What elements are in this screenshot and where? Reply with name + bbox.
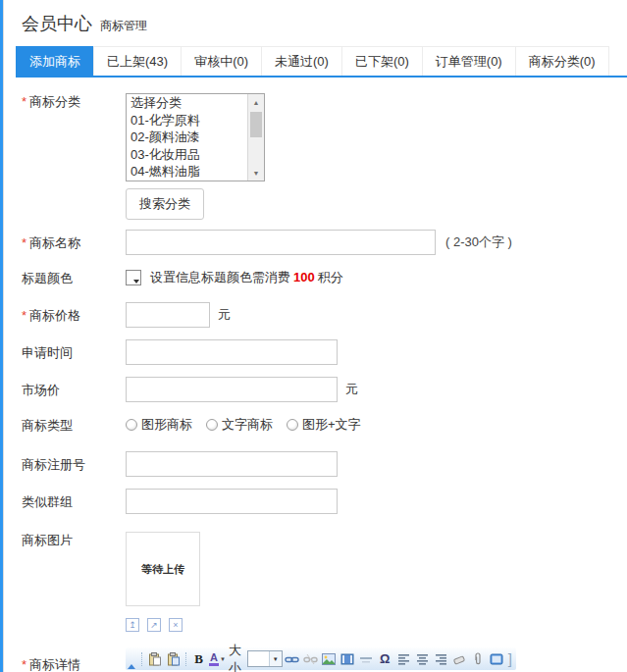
delete-icon[interactable]: × [169, 618, 183, 632]
category-options: 选择分类 01-化学原料 02-颜料油漆 03-化妆用品 04-燃料油脂 05-… [127, 94, 247, 181]
horizontal-rule-icon[interactable] [358, 650, 375, 668]
type-label: 商标类型 [16, 417, 126, 434]
tab-in-review[interactable]: 审核中(0) [181, 46, 262, 76]
align-center-icon[interactable] [414, 650, 431, 668]
listbox-option[interactable]: 02-颜料油漆 [127, 129, 247, 146]
tab-bar: 添加商标 已上架(43) 审核中(0) 未通过(0) 已下架(0) 订单管理(0… [16, 46, 627, 78]
listbox-option[interactable]: 04-燃料油脂 [127, 163, 247, 181]
rich-text-editor: B A▼ 大小 ▼ [126, 647, 620, 672]
field-row-name: *商标名称 ( 2-30个字 ) [16, 230, 627, 255]
field-row-price: *商标价格 元 [16, 302, 627, 328]
radio-icon[interactable] [287, 419, 298, 431]
toolbar-end-bracket: ] [508, 650, 512, 667]
font-color-icon[interactable]: A▼ [209, 650, 226, 668]
page-header: 会员中心 商标管理 [22, 12, 627, 35]
market-price-label: 市场价 [16, 382, 126, 398]
color-picker-swatch[interactable] [126, 270, 141, 285]
similar-group-label: 类似群组 [16, 493, 126, 510]
scroll-up-icon[interactable]: ▲ [248, 94, 264, 110]
title-color-label: 标题颜色 [16, 270, 126, 286]
page-title: 会员中心 [22, 12, 92, 35]
category-listbox[interactable]: 选择分类 01-化学原料 02-颜料油漆 03-化妆用品 04-燃料油脂 05-… [126, 93, 265, 181]
chevron-down-icon: ▼ [220, 656, 226, 662]
add-trademark-form: *商标分类 选择分类 01-化学原料 02-颜料油漆 03-化妆用品 04-燃料… [16, 93, 627, 672]
required-mark: * [22, 308, 26, 323]
toolbar-collapse-icon[interactable] [128, 664, 135, 669]
listbox-scrollbar[interactable]: ▲ ▼ [247, 94, 264, 181]
scroll-down-icon[interactable]: ▼ [248, 165, 264, 181]
special-char-icon[interactable]: Ω [377, 650, 393, 668]
radio-icon[interactable] [126, 419, 137, 431]
paperclip-icon[interactable] [470, 650, 487, 668]
open-preview-icon[interactable]: ↗ [147, 618, 161, 632]
upload-placeholder: 等待上传 [141, 562, 184, 577]
radio-text-trademark[interactable]: 文字商标 [206, 416, 273, 434]
field-row-reg-no: 商标注册号 [16, 451, 627, 477]
yuan-unit: 元 [345, 381, 358, 398]
reg-no-label: 商标注册号 [16, 456, 126, 473]
category-label: *商标分类 [16, 93, 126, 110]
radio-icon[interactable] [206, 419, 218, 431]
listbox-option[interactable]: 01-化学原料 [127, 112, 247, 129]
detail-label: *商标详情 [16, 647, 126, 672]
member-center-page: 会员中心 商标管理 添加商标 已上架(43) 审核中(0) 未通过(0) 已下架… [0, 0, 627, 672]
eraser-icon[interactable] [451, 650, 468, 668]
tab-not-passed[interactable]: 未通过(0) [261, 46, 342, 76]
link-icon[interactable] [284, 650, 300, 668]
chevron-down-icon[interactable]: ▼ [269, 651, 282, 666]
maximize-icon[interactable] [489, 650, 505, 668]
apply-time-label: 申请时间 [16, 344, 126, 361]
field-row-image: 商标图片 等待上传 ↥ ↗ × [16, 532, 627, 632]
radio-graphic-trademark[interactable]: 图形商标 [126, 416, 192, 434]
bold-button[interactable]: B [190, 650, 207, 668]
font-size-select[interactable]: ▼ [247, 650, 283, 667]
tab-trademark-category[interactable]: 商标分类(0) [515, 46, 609, 76]
required-mark: * [22, 235, 26, 250]
name-length-hint: ( 2-30个字 ) [445, 233, 512, 251]
required-mark: * [22, 657, 26, 672]
unlink-icon[interactable] [302, 650, 319, 668]
market-price-input[interactable] [126, 377, 338, 402]
upload-box[interactable]: 等待上传 [126, 532, 200, 606]
field-row-detail: *商标详情 B A▼ 大小 [16, 647, 627, 672]
media-icon[interactable] [340, 650, 356, 668]
tab-order-management[interactable]: 订单管理(0) [422, 46, 516, 76]
radio-graphic-text-trademark[interactable]: 图形+文字 [287, 416, 361, 434]
field-row-similar-group: 类似群组 [16, 489, 627, 514]
trademark-price-input[interactable] [126, 302, 210, 328]
image-icon[interactable] [321, 650, 338, 668]
apply-time-input[interactable] [126, 339, 338, 365]
paste-icon[interactable] [146, 650, 163, 668]
price-label: *商标价格 [16, 307, 126, 324]
tab-on-shelf[interactable]: 已上架(43) [93, 46, 182, 76]
trademark-name-input[interactable] [126, 230, 436, 255]
similar-group-input[interactable] [126, 489, 338, 514]
search-category-button[interactable]: 搜索分类 [126, 188, 204, 220]
scroll-thumb[interactable] [250, 112, 262, 137]
editor-toolbar: B A▼ 大小 ▼ [126, 647, 516, 670]
toolbar-separator [141, 652, 142, 666]
image-label: 商标图片 [16, 532, 126, 548]
reg-no-input[interactable] [126, 451, 338, 477]
field-row-apply-time: 申请时间 [16, 339, 627, 365]
tab-off-shelf[interactable]: 已下架(0) [341, 46, 423, 76]
yuan-unit: 元 [218, 306, 231, 324]
paste-from-word-icon[interactable] [165, 650, 182, 668]
field-row-category: *商标分类 选择分类 01-化学原料 02-颜料油漆 03-化妆用品 04-燃料… [16, 93, 627, 220]
required-mark: * [22, 94, 26, 109]
field-row-market-price: 市场价 元 [16, 377, 627, 402]
page-left-divider [3, 0, 4, 672]
upload-icon[interactable]: ↥ [126, 618, 139, 632]
field-row-title-color: 标题颜色 设置信息标题颜色需消费100积分 [16, 269, 627, 286]
align-right-icon[interactable] [433, 650, 449, 668]
listbox-option[interactable]: 05-医药卫生 [127, 181, 247, 182]
align-left-icon[interactable] [395, 650, 412, 668]
font-size-label: 大小 [229, 642, 243, 672]
toolbar-separator [185, 652, 186, 666]
points-value: 100 [293, 270, 315, 284]
listbox-option[interactable]: 选择分类 [127, 94, 247, 112]
listbox-option[interactable]: 03-化妆用品 [127, 146, 247, 164]
upload-actions: ↥ ↗ × [126, 618, 200, 632]
tab-add-trademark[interactable]: 添加商标 [16, 46, 94, 76]
field-row-type: 商标类型 图形商标 文字商标 图形+文字 [16, 414, 627, 434]
